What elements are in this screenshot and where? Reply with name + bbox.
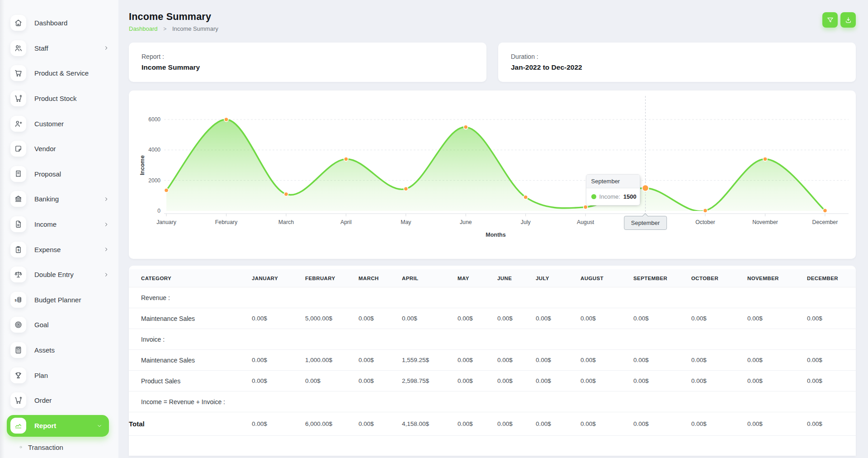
table-cell: [359, 329, 402, 350]
sidebar-item-vendor[interactable]: Vendor: [0, 136, 118, 162]
sidebar-item-income[interactable]: Income: [0, 212, 118, 237]
sidebar-item-order[interactable]: Order: [0, 388, 118, 413]
chevron-right-icon: [103, 196, 109, 202]
table-cell: 0.00$: [252, 371, 305, 391]
breadcrumb-separator-icon: >: [163, 26, 166, 32]
column-header: MAY: [458, 269, 497, 287]
chart-marker-march[interactable]: [284, 192, 288, 196]
table-cell: [747, 391, 807, 412]
column-header: DECEMBER: [807, 269, 856, 287]
chart-tooltip: September Income: 1500: [586, 174, 640, 205]
table-cell: 0.00$: [807, 371, 856, 391]
chevron-down-icon: [96, 423, 103, 429]
y-axis-title: Income: [139, 155, 146, 175]
sidebar-item-goal[interactable]: Goal: [0, 312, 118, 338]
svg-text:$: $: [15, 298, 17, 302]
table-cell: 0.00$: [580, 412, 633, 436]
area-chart-icon-box: [10, 418, 26, 434]
table-cell: 5,000.00$: [305, 308, 359, 329]
cart-plus-icon-box: [10, 392, 26, 408]
page-header: Income Summary Dashboard > Income Summar…: [129, 0, 856, 32]
chart-marker-june[interactable]: [464, 125, 468, 129]
table-cell: [691, 329, 747, 350]
sidebar-item-banking[interactable]: Banking: [0, 186, 118, 212]
chart-marker-february[interactable]: [224, 117, 228, 121]
sidebar-item-label: Proposal: [34, 170, 109, 178]
file-icon: [14, 220, 23, 229]
sidebar-item-label: Banking: [34, 195, 95, 203]
column-header: AUGUST: [580, 269, 633, 287]
table-cell: 0.00$: [633, 308, 691, 329]
income-table: CATEGORYJANUARYFEBRUARYMARCHAPRILMAYJUNE…: [129, 269, 856, 436]
table-row: Product Sales0.00$0.00$0.00$2,598.75$0.0…: [129, 371, 856, 391]
chart-marker-april[interactable]: [344, 157, 348, 161]
report-card: Report : Income Summary: [129, 43, 486, 82]
sidebar-item-product-service[interactable]: Product & Service: [0, 61, 118, 86]
chart-marker-november[interactable]: [763, 157, 767, 161]
breadcrumb-dashboard-link[interactable]: Dashboard: [129, 25, 158, 32]
income-chart-svg: 0200040006000IncomeJanuaryFebruaryMarchA…: [129, 91, 856, 259]
breadcrumb: Dashboard > Income Summary: [129, 25, 856, 32]
table-row: Maintenance Sales0.00$1,000.00$0.00$1,55…: [129, 350, 856, 371]
sidebar-item-report[interactable]: Report: [7, 415, 109, 437]
scale-icon: [14, 270, 23, 279]
table-cell: [691, 287, 747, 308]
table-cell: 0.00$: [402, 308, 458, 329]
bank-icon-box: [10, 191, 26, 207]
table-cell: 0.00$: [747, 412, 807, 436]
chart-marker-july[interactable]: [524, 195, 528, 199]
sidebar-item-plan[interactable]: Plan: [0, 363, 118, 388]
section-row: Invoice :: [129, 329, 856, 350]
sidebar-item-customer[interactable]: Customer: [0, 111, 118, 136]
table-header-row: CATEGORYJANUARYFEBRUARYMARCHAPRILMAYJUNE…: [129, 269, 856, 287]
table-cell: [633, 287, 691, 308]
chart-marker-january[interactable]: [164, 188, 168, 192]
chart-marker-december[interactable]: [823, 209, 827, 213]
table-cell: [807, 391, 856, 412]
sidebar-item-double-entry[interactable]: Double Entry: [0, 262, 118, 287]
sidebar-item-product-stock[interactable]: Product Stock: [0, 86, 118, 111]
row-label: Income = Revenue + Invoice :: [129, 391, 252, 412]
table-cell: 4,158.00$: [402, 412, 458, 436]
table-cell: 0.00$: [458, 308, 497, 329]
duration-card: Duration : Jan-2022 to Dec-2022: [498, 43, 856, 82]
column-header: CATEGORY: [129, 269, 252, 287]
sidebar-item-budget-planner[interactable]: $Budget Planner: [0, 287, 118, 313]
sidebar-item-assets[interactable]: Assets: [0, 338, 118, 363]
section-row: Income = Revenue + Invoice :: [129, 391, 856, 412]
chart-marker-may[interactable]: [404, 187, 408, 191]
chart-marker-october[interactable]: [703, 209, 707, 213]
area-chart-icon: [14, 421, 23, 430]
x-tick-label: January: [156, 219, 177, 225]
sidebar-item-proposal[interactable]: Proposal: [0, 162, 118, 187]
sidebar-item-staff[interactable]: Staff: [0, 36, 118, 61]
filter-button[interactable]: [822, 12, 838, 28]
series-dot-icon: [591, 194, 596, 199]
receipt-icon: [14, 170, 23, 178]
table-cell: 2,598.75$: [402, 371, 458, 391]
sidebar-item-expense[interactable]: $Expense: [0, 237, 118, 262]
chart-marker-august[interactable]: [584, 205, 588, 209]
y-tick-label: 6000: [148, 116, 160, 123]
table-cell: [536, 391, 580, 412]
table-cell: 0.00$: [359, 350, 402, 371]
table-cell: [359, 391, 402, 412]
y-tick-label: 0: [157, 208, 160, 214]
table-cell: 0.00$: [458, 371, 497, 391]
table-cell: [807, 329, 856, 350]
table-cell: [458, 329, 497, 350]
receipt-icon-box: [10, 166, 26, 182]
download-button[interactable]: [840, 12, 856, 28]
sidebar-item-dashboard[interactable]: Dashboard: [0, 10, 118, 36]
chart-marker-september[interactable]: [642, 185, 648, 191]
table-cell: [305, 329, 359, 350]
table-cell: [252, 329, 305, 350]
sidebar-item-label: Report: [34, 422, 88, 429]
sidebar-item-label: Customer: [34, 120, 109, 128]
chart-axis-tooltip: September: [624, 216, 667, 230]
income-area-chart[interactable]: 0200040006000IncomeJanuaryFebruaryMarchA…: [129, 91, 856, 261]
funnel-icon: [826, 16, 834, 24]
sidebar-item-transaction[interactable]: Transaction: [0, 438, 118, 456]
table-cell: [359, 287, 402, 308]
table-cell: [497, 391, 536, 412]
